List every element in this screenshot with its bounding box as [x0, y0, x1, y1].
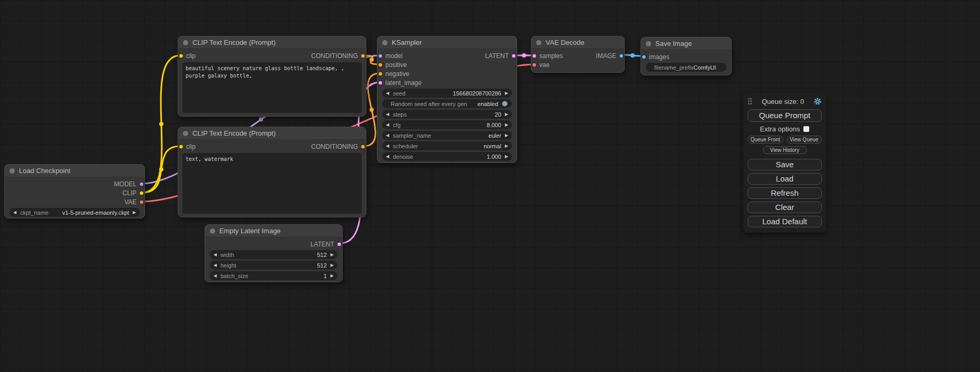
vae-output-port[interactable]: [139, 199, 144, 204]
stepper-right-icon[interactable]: ▶: [331, 263, 334, 268]
stepper-left-icon[interactable]: ◀: [386, 144, 389, 148]
node-empty-latent-image[interactable]: Empty Latent Image LATENT ◀ width 512 ▶ …: [205, 224, 343, 282]
workflow-buttons-group: Save Load Refresh Clear Load Default: [748, 159, 822, 227]
node-title-bar[interactable]: Save Image: [641, 37, 731, 50]
load-button[interactable]: Load: [748, 173, 822, 185]
drag-handle-icon[interactable]: [748, 98, 752, 105]
stepper-right-icon[interactable]: ▶: [331, 253, 334, 257]
model-output-port[interactable]: [139, 182, 144, 186]
seed-widget[interactable]: ◀ seed 156680208700286 ▶: [382, 89, 512, 98]
positive-prompt-textarea[interactable]: beautiful scenery nature glass bottle la…: [182, 62, 362, 113]
node-title-bar[interactable]: CLIP Text Encode (Prompt): [178, 127, 366, 140]
latent-image-input-port[interactable]: [378, 80, 383, 85]
negative-prompt-textarea[interactable]: text, watermark: [182, 153, 362, 214]
height-widget[interactable]: ◀ height 512 ▶: [210, 261, 337, 270]
stepper-right-icon[interactable]: ▶: [505, 133, 508, 138]
steps-widget[interactable]: ◀ steps 20 ▶: [382, 110, 512, 119]
node-title: KSampler: [392, 39, 422, 46]
node-title: Load Checkpoint: [19, 167, 71, 175]
latent-output-port[interactable]: [337, 242, 342, 246]
stepper-right-icon[interactable]: ▶: [505, 144, 508, 148]
stepper-left-icon[interactable]: ◀: [386, 133, 389, 138]
latent-output-port[interactable]: [511, 53, 516, 58]
stepper-right-icon[interactable]: ▶: [133, 211, 136, 215]
stepper-right-icon[interactable]: ▶: [505, 123, 508, 127]
collapse-dot-icon[interactable]: [9, 168, 15, 174]
output-row-latent: LATENT: [205, 240, 342, 249]
stepper-right-icon[interactable]: ▶: [505, 112, 508, 117]
ckpt-name-widget[interactable]: ◀ ckpt_name v1-5-pruned-emaonly.ckpt ▶: [9, 208, 140, 217]
random-seed-toggle-widget[interactable]: Random seed after every gen enabled: [382, 99, 512, 108]
model-input-port[interactable]: [378, 53, 383, 58]
collapse-dot-icon[interactable]: [646, 41, 651, 46]
stepper-left-icon[interactable]: ◀: [214, 274, 217, 278]
node-load-checkpoint[interactable]: Load Checkpoint MODEL CLIP VAE ◀ ckpt_na…: [4, 164, 145, 218]
clip-input-port[interactable]: [179, 53, 183, 58]
stepper-right-icon[interactable]: ▶: [505, 91, 508, 96]
node-ksampler[interactable]: KSampler model LATENT positive negative …: [377, 36, 517, 163]
node-title-bar[interactable]: CLIP Text Encode (Prompt): [178, 36, 366, 49]
filename-prefix-widget[interactable]: filename_prefix ComfyUI: [646, 63, 726, 72]
batch-size-widget[interactable]: ◀ batch_size 1 ▶: [210, 271, 337, 280]
clip-input-port[interactable]: [179, 144, 183, 149]
collapse-dot-icon[interactable]: [183, 40, 188, 45]
view-queue-button[interactable]: View Queue: [787, 136, 822, 144]
images-input-port[interactable]: [642, 54, 646, 59]
extra-options-checkbox[interactable]: [803, 126, 809, 132]
node-title-bar[interactable]: Empty Latent Image: [205, 225, 342, 237]
stepper-left-icon[interactable]: ◀: [386, 155, 389, 159]
load-default-button[interactable]: Load Default: [748, 216, 822, 227]
width-widget[interactable]: ◀ width 512 ▶: [210, 250, 337, 259]
stepper-right-icon[interactable]: ▶: [331, 274, 334, 278]
clear-button[interactable]: Clear: [748, 202, 822, 213]
widget-value: ComfyUI: [694, 64, 716, 71]
node-clip-text-encode-negative[interactable]: CLIP Text Encode (Prompt) clip CONDITION…: [178, 127, 366, 217]
widget-label: width: [220, 252, 234, 258]
port-label: CONDITIONING: [311, 52, 358, 60]
stepper-right-icon[interactable]: ▶: [505, 155, 508, 159]
node-title: CLIP Text Encode (Prompt): [192, 129, 276, 137]
negative-input-port[interactable]: [378, 71, 383, 76]
stepper-left-icon[interactable]: ◀: [386, 91, 389, 96]
node-title-bar[interactable]: VAE Decode: [531, 36, 624, 49]
queue-prompt-button[interactable]: Queue Prompt: [748, 109, 822, 122]
widget-value: 512: [317, 262, 326, 269]
collapse-dot-icon[interactable]: [382, 40, 387, 45]
stepper-left-icon[interactable]: ◀: [386, 123, 389, 127]
node-vae-decode[interactable]: VAE Decode samples IMAGE vae: [531, 36, 625, 73]
queue-front-button[interactable]: Queue Front: [748, 136, 783, 144]
clip-output-port[interactable]: [139, 190, 144, 195]
scheduler-widget[interactable]: ◀ scheduler normal ▶: [382, 141, 512, 150]
stepper-left-icon[interactable]: ◀: [386, 112, 389, 117]
port-label: model: [385, 52, 403, 60]
image-output-port[interactable]: [619, 53, 624, 58]
stepper-left-icon[interactable]: ◀: [13, 211, 16, 215]
collapse-dot-icon[interactable]: [536, 40, 541, 45]
node-title-bar[interactable]: KSampler: [377, 36, 517, 49]
input-row-images: images: [641, 52, 731, 61]
settings-gear-icon[interactable]: [813, 97, 822, 106]
widget-value: 20: [495, 111, 501, 118]
conditioning-output-port[interactable]: [361, 53, 365, 58]
positive-input-port[interactable]: [378, 62, 383, 67]
save-button[interactable]: Save: [748, 159, 822, 170]
toggle-knob-icon[interactable]: [502, 101, 508, 107]
node-clip-text-encode-positive[interactable]: CLIP Text Encode (Prompt) clip CONDITION…: [178, 36, 366, 117]
view-history-button[interactable]: View History: [763, 146, 807, 154]
samples-input-port[interactable]: [532, 53, 537, 58]
refresh-button[interactable]: Refresh: [748, 187, 822, 199]
node-title-bar[interactable]: Load Checkpoint: [5, 165, 144, 177]
collapse-dot-icon[interactable]: [210, 228, 215, 234]
denoise-widget[interactable]: ◀ denoise 1.000 ▶: [382, 152, 512, 161]
node-save-image[interactable]: Save Image images filename_prefix ComfyU…: [641, 37, 732, 75]
stepper-left-icon[interactable]: ◀: [214, 253, 217, 257]
collapse-dot-icon[interactable]: [183, 131, 188, 136]
node-title: VAE Decode: [546, 39, 584, 46]
widget-value: 1: [324, 273, 327, 279]
queue-menu-panel: Queue size: 0 Queue Prompt Extra options…: [743, 93, 826, 233]
cfg-widget[interactable]: ◀ cfg 8.000 ▶: [382, 120, 512, 129]
vae-input-port[interactable]: [532, 62, 537, 67]
stepper-left-icon[interactable]: ◀: [214, 263, 217, 268]
conditioning-output-port[interactable]: [361, 144, 365, 149]
sampler-name-widget[interactable]: ◀ sampler_name euler ▶: [382, 131, 512, 140]
